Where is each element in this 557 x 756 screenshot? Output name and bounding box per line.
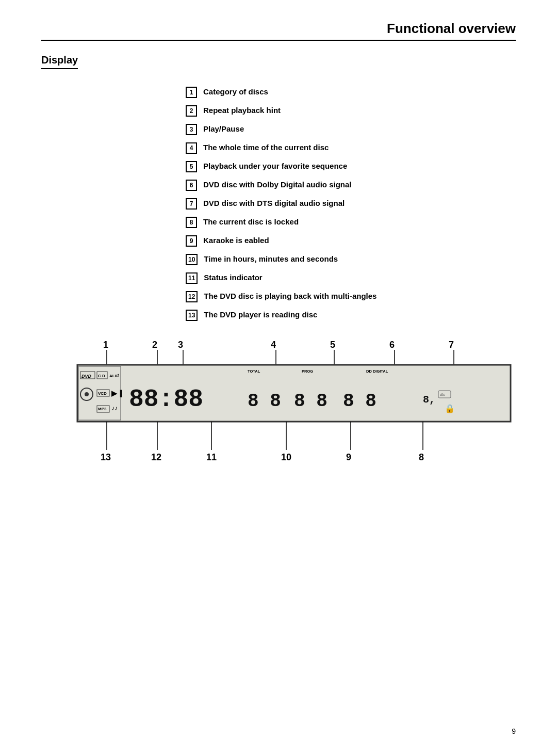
item-text-9: Karaoke is eabled — [203, 236, 269, 245]
svg-text:↺: ↺ — [116, 373, 120, 378]
item-text-13: The DVD player is reading disc — [204, 310, 317, 319]
segment-digits-3: 8 8 — [294, 391, 327, 412]
prog-label: PROG — [302, 369, 313, 374]
segment-digits-2: 8 8 — [248, 391, 281, 412]
vcd-label: VCD — [98, 391, 107, 396]
items-list: 1 Category of discs 2 Repeat playback hi… — [186, 87, 516, 321]
dts-label: dts — [440, 392, 445, 397]
list-item: 10 Time in hours, minutes and seconds — [186, 254, 516, 265]
bottom-label-9: 9 — [346, 452, 351, 462]
bottom-label-11: 11 — [206, 452, 217, 462]
total-label: TOTAL — [248, 369, 260, 374]
top-label-6: 6 — [389, 340, 395, 350]
dvd-label: DVD — [81, 374, 92, 379]
play-pause-icon: ▶ ‖ — [111, 389, 123, 397]
item-number-2: 2 — [186, 105, 197, 117]
list-item: 9 Karaoke is eabled — [186, 235, 516, 247]
bottom-label-12: 12 — [151, 452, 161, 462]
item-number-8: 8 — [186, 217, 197, 228]
item-number-13: 13 — [186, 310, 198, 321]
list-item: 6 DVD disc with Dolby Digital audio sign… — [186, 180, 516, 191]
top-label-5: 5 — [330, 340, 335, 350]
page-title: Functional overview — [41, 21, 516, 41]
bottom-label-8: 8 — [419, 452, 424, 462]
karaoke-icon: ♪♪ — [111, 405, 118, 412]
list-item: 12 The DVD disc is playing back with mul… — [186, 291, 516, 302]
cd-label: C D — [98, 374, 105, 378]
item-number-1: 1 — [186, 87, 197, 98]
list-item: 5 Playback under your favorite sequence — [186, 161, 516, 172]
list-item: 1 Category of discs — [186, 87, 516, 98]
item-text-10: Time in hours, minutes and seconds — [204, 254, 338, 263]
page-number: 9 — [512, 727, 516, 735]
list-item: 7 DVD disc with DTS digital audio signal — [186, 198, 516, 210]
list-item: 3 Play/Pause — [186, 124, 516, 135]
item-text-11: Status indicator — [204, 273, 262, 282]
disc-center-icon — [85, 392, 89, 396]
item-text-8: The current disc is locked — [203, 217, 299, 226]
dd-digital-label: DD DIGITAL — [366, 369, 388, 374]
list-item: 13 The DVD player is reading disc — [186, 310, 516, 321]
item-text-6: DVD disc with Dolby Digital audio signal — [203, 180, 352, 189]
top-label-2: 2 — [152, 340, 157, 350]
item-number-4: 4 — [186, 142, 197, 154]
top-label-1: 1 — [103, 340, 108, 350]
item-number-12: 12 — [186, 291, 198, 302]
item-text-12: The DVD disc is playing back with multi-… — [204, 292, 376, 300]
item-text-4: The whole time of the current disc — [203, 143, 329, 152]
top-label-7: 7 — [449, 340, 454, 350]
item-text-5: Playback under your favorite sequence — [203, 162, 347, 170]
item-number-6: 6 — [186, 180, 197, 191]
mp3-label: MP3 — [98, 407, 107, 411]
segment-digits-4: 8 8 — [343, 391, 376, 412]
item-number-9: 9 — [186, 235, 197, 247]
top-label-3: 3 — [178, 340, 183, 350]
segment-digits-1: 88:88 — [129, 385, 203, 413]
bottom-label-13: 13 — [101, 452, 111, 462]
list-item: 11 Status indicator — [186, 272, 516, 284]
item-number-3: 3 — [186, 124, 197, 135]
list-item: 2 Repeat playback hint — [186, 105, 516, 117]
bottom-label-10: 10 — [281, 452, 291, 462]
item-number-11: 11 — [186, 272, 198, 284]
page-container: Functional overview Display 1 Category o… — [0, 0, 557, 756]
item-number-10: 10 — [186, 254, 198, 265]
item-text-7: DVD disc with DTS digital audio signal — [203, 199, 345, 207]
lock-icon: 🔒 — [445, 404, 455, 413]
item-text-1: Category of discs — [203, 87, 268, 96]
section-heading: Display — [41, 54, 78, 69]
diagram-svg: 1 2 3 4 5 6 7 DVD C D — [72, 336, 516, 481]
list-item: 8 The current disc is locked — [186, 217, 516, 228]
segment-digits-5: 8, — [423, 394, 435, 406]
item-text-3: Play/Pause — [203, 124, 244, 133]
item-text-2: Repeat playback hint — [203, 106, 281, 115]
list-item: 4 The whole time of the current disc — [186, 142, 516, 154]
item-number-5: 5 — [186, 161, 197, 172]
diagram-container: 1 2 3 4 5 6 7 DVD C D — [72, 336, 516, 483]
top-label-4: 4 — [271, 340, 276, 350]
item-number-7: 7 — [186, 198, 197, 210]
